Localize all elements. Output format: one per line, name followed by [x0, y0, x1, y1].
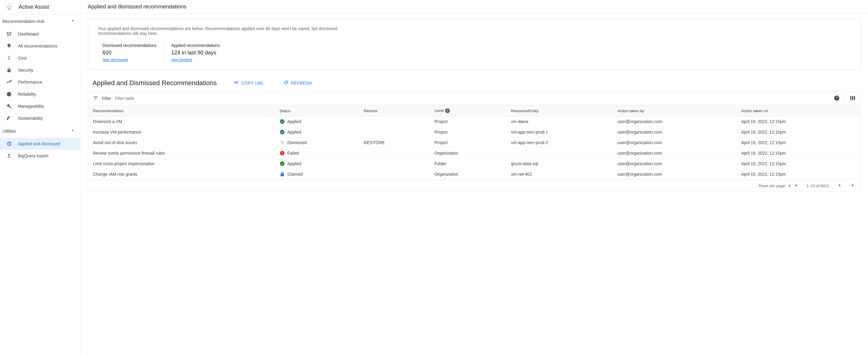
- cell-action-by: user@organization.com: [613, 169, 736, 180]
- status-claimed-icon: [280, 172, 285, 177]
- cell-recommendation: Limit cross-project impersonation: [88, 158, 275, 169]
- filter-input[interactable]: [115, 96, 830, 101]
- table-row[interactable]: Increase VM performance Applied Project …: [88, 127, 861, 138]
- sidebar-item-label: Dashboard: [18, 32, 39, 36]
- cell-action-on: April 19, 2022, 12:15pm: [736, 158, 861, 169]
- stat-dismissed-label: Dismissed recommendations: [102, 43, 157, 48]
- refresh-label: REFRESH: [291, 81, 312, 85]
- cell-restore: [359, 169, 430, 180]
- dropdown-icon[interactable]: [793, 182, 799, 189]
- see-applied-link[interactable]: See Applied: [171, 57, 192, 62]
- sidebar-item-security[interactable]: Security: [0, 64, 80, 76]
- cell-level: Project: [430, 138, 506, 148]
- table-row[interactable]: Review overly permissive firewall rules …: [88, 148, 861, 158]
- sidebar-item-applied-dismissed[interactable]: Applied and dismissed: [0, 138, 80, 150]
- svg-rect-0: [7, 32, 8, 34]
- page-range: 1–10 of 9011: [806, 183, 829, 188]
- svg-text:?: ?: [836, 96, 838, 99]
- history-icon: [6, 141, 12, 147]
- col-level[interactable]: Level?: [430, 105, 506, 116]
- svg-rect-9: [852, 96, 853, 100]
- sidebar-item-cost[interactable]: Cost: [0, 52, 80, 64]
- svg-rect-1: [9, 32, 10, 33]
- cell-restore: [359, 158, 430, 169]
- cell-resource: vm-app-serv-prod-2: [506, 138, 613, 148]
- next-page-button[interactable]: [850, 182, 856, 189]
- app-header: Active Assist: [0, 0, 81, 14]
- cell-level: Project: [430, 116, 506, 127]
- cell-status: Applied: [275, 127, 359, 138]
- nav-group-utilities[interactable]: Utilities: [0, 124, 80, 138]
- page-title: Applied and dismissed recommendations: [81, 0, 868, 14]
- cell-action-by: user@organization.com: [613, 127, 736, 138]
- sidebar-item-label: Manageability: [18, 104, 44, 109]
- cell-resource: virt-net-401: [506, 169, 613, 180]
- sidebar-item-performance[interactable]: Performance: [0, 76, 80, 88]
- filter-icon: [93, 95, 98, 102]
- cell-action-on: April 19, 2022, 12:15pm: [736, 127, 861, 138]
- table-row[interactable]: Avoid out-of-disk issues Dismissed RESTO…: [88, 138, 861, 148]
- cell-status: Dismissed: [275, 138, 359, 148]
- cell-action-by: user@organization.com: [613, 148, 736, 158]
- col-resource[interactable]: Resource/Entity: [506, 105, 613, 116]
- status-check-icon: [280, 129, 285, 135]
- columns-icon[interactable]: [850, 95, 856, 102]
- cell-recommendation: Change IAM role grants: [88, 169, 275, 180]
- svg-rect-15: [282, 152, 282, 154]
- sidebar-item-label: BigQuery export: [18, 153, 49, 158]
- col-status[interactable]: Status: [275, 105, 359, 116]
- svg-rect-5: [10, 35, 11, 36]
- divider: [844, 95, 845, 102]
- cell-status: Failed: [275, 148, 359, 158]
- info-description: Your applied and dismissed recommendatio…: [98, 26, 353, 36]
- cell-action-on: April 19, 2022, 12:15pm: [736, 138, 861, 148]
- cell-recommendation: Avoid out-of-disk issues: [88, 138, 275, 148]
- table-row[interactable]: Change IAM role grants Claimed Organizat…: [88, 169, 861, 180]
- sidebar-item-manageability[interactable]: Manageability: [0, 100, 80, 112]
- copy-url-button[interactable]: COPY URL: [231, 78, 266, 88]
- cell-recommendation: Increase VM performance: [88, 127, 275, 138]
- rows-per-page-label: Rows per page:: [759, 183, 786, 188]
- table-row[interactable]: Limit cross-project impersonation Applie…: [88, 158, 861, 169]
- cell-resource: [506, 148, 613, 158]
- export-icon: [6, 153, 12, 159]
- stat-dismissed-value: 600: [102, 50, 157, 56]
- refresh-button[interactable]: REFRESH: [281, 78, 314, 88]
- cell-resource: grunk-data-sql: [506, 158, 613, 169]
- sidebar-item-all-recs[interactable]: All recommendations: [0, 40, 80, 52]
- col-restore[interactable]: Restore: [359, 105, 430, 116]
- cell-restore: RESTORE: [359, 138, 430, 148]
- trend-icon: [6, 79, 12, 85]
- active-assist-logo-icon: [5, 2, 13, 12]
- table-row[interactable]: Downsize a VM Applied Project vm-diana u…: [88, 116, 861, 127]
- rows-per-page-value[interactable]: 6: [789, 183, 791, 188]
- status-check-icon: [280, 119, 285, 124]
- cell-recommendation: Downsize a VM: [88, 116, 275, 127]
- sidebar-item-reliability[interactable]: Reliability: [0, 88, 80, 100]
- help-icon[interactable]: ?: [834, 95, 840, 102]
- sidebar-item-label: Applied and dismissed: [18, 141, 60, 146]
- cell-restore: [359, 127, 430, 138]
- copy-url-label: COPY URL: [241, 81, 264, 85]
- cell-action-on: April 19, 2022, 12:15pm: [736, 148, 861, 158]
- col-action-on[interactable]: Action taken on: [736, 105, 861, 116]
- sidebar-item-label: Security: [18, 68, 33, 72]
- col-action-by[interactable]: Action taken by: [613, 105, 736, 116]
- see-dismissed-link[interactable]: See dismissed: [102, 57, 128, 62]
- restore-button[interactable]: RESTORE: [364, 140, 385, 145]
- sidebar-item-bigquery-export[interactable]: BigQuery export: [0, 150, 80, 162]
- help-icon[interactable]: ?: [445, 108, 450, 113]
- stat-dismissed: Dismissed recommendations 600 See dismis…: [98, 43, 164, 62]
- section-title: Applied and Dismissed Recommendations: [93, 79, 217, 87]
- sidebar-item-dashboard[interactable]: Dashboard: [0, 28, 80, 40]
- cell-level: Folder: [430, 158, 506, 169]
- nav-group-recommendation-hub[interactable]: Recommendation Hub: [0, 14, 80, 28]
- recommendations-table: Recommendation Status Restore Level? Res…: [88, 105, 861, 180]
- sidebar-item-sustainability[interactable]: Sustainability: [0, 112, 80, 124]
- sidebar-item-label: Performance: [18, 80, 42, 85]
- info-card: Your applied and dismissed recommendatio…: [88, 19, 861, 69]
- col-recommendation[interactable]: Recommendation: [88, 105, 275, 116]
- prev-page-button[interactable]: [836, 182, 842, 189]
- cell-restore: [359, 148, 430, 158]
- status-check-icon: [280, 161, 285, 166]
